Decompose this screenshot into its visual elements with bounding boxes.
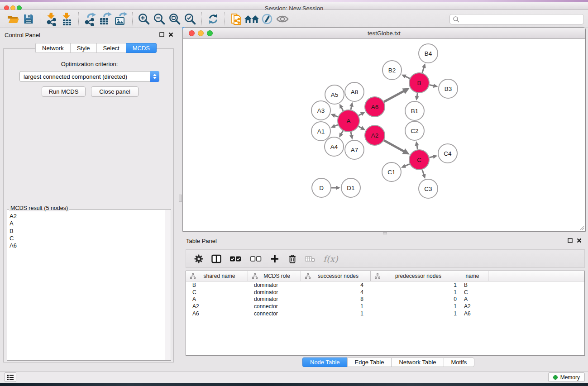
export-table-icon[interactable]	[98, 12, 113, 26]
cell-predecessor-nodes[interactable]: 0	[371, 296, 461, 302]
float-panel-icon[interactable]	[159, 32, 164, 37]
cell-name[interactable]: A	[461, 296, 488, 302]
table-row[interactable]: A dominator 8 0 A	[186, 295, 584, 303]
cell-shared-name[interactable]: B	[186, 282, 248, 288]
zoom-out-icon[interactable]	[152, 12, 167, 26]
cell-mcds-role[interactable]: dominator	[248, 282, 301, 288]
result-scrollbar[interactable]	[165, 210, 170, 360]
tab-network-table[interactable]: Network Table	[391, 357, 443, 367]
cell-shared-name[interactable]: C	[186, 289, 248, 295]
criterion-dropdown[interactable]: largest connected component (directed)	[19, 71, 159, 82]
tab-network[interactable]: Network	[35, 43, 70, 53]
export-image-icon[interactable]	[113, 12, 129, 26]
table-row[interactable]: B dominator 4 1 B	[186, 281, 584, 289]
cell-mcds-role[interactable]: dominator	[248, 289, 301, 295]
deselect-all-icon[interactable]	[249, 253, 263, 264]
cell-predecessor-nodes[interactable]: 1	[371, 289, 461, 295]
mcds-result-item[interactable]: A	[10, 220, 165, 227]
mcds-result-box: A2 A B C A6	[7, 209, 171, 361]
cell-successor-nodes[interactable]: 1	[301, 310, 371, 317]
save-session-icon[interactable]	[21, 12, 36, 26]
zoom-fit-icon[interactable]	[167, 12, 182, 26]
open-session-icon[interactable]	[5, 12, 21, 26]
mcds-result-item[interactable]: A6	[10, 242, 165, 249]
column-type-icon	[375, 273, 380, 279]
cell-mcds-role[interactable]: dominator	[248, 296, 301, 302]
network-canvas[interactable]: AA6A2BCA5A8A3A1A4A7B4B2B3B1C2C4C1C3DD1	[183, 39, 585, 231]
cell-successor-nodes[interactable]: 8	[301, 296, 371, 302]
table-row[interactable]: A6 connector 1 1 A6	[186, 310, 584, 317]
delete-column-icon[interactable]	[287, 253, 298, 264]
toolbar-separator	[78, 12, 79, 26]
cell-mcds-role[interactable]: connector	[248, 310, 301, 317]
mcds-result-item[interactable]: C	[10, 235, 165, 242]
cell-predecessor-nodes[interactable]: 1	[371, 310, 461, 317]
table-options-gear-icon[interactable]	[193, 253, 204, 264]
show-hide-panel-icon[interactable]	[275, 12, 290, 26]
select-all-icon[interactable]	[229, 253, 242, 264]
column-header-predecessor-nodes[interactable]: predecessor nodes	[371, 271, 461, 281]
cell-predecessor-nodes[interactable]: 1	[371, 303, 461, 310]
table-tabs: Node Table Edge Table Network Table Moti…	[302, 357, 474, 367]
function-builder-icon: f(x)	[323, 254, 338, 264]
import-table-icon[interactable]	[59, 12, 75, 26]
close-table-panel-icon[interactable]	[577, 238, 582, 243]
float-table-panel-icon[interactable]	[568, 238, 573, 243]
export-network-icon[interactable]	[82, 12, 98, 26]
dropdown-stepper-icon	[150, 71, 159, 82]
import-network-icon[interactable]	[44, 12, 59, 26]
column-header-successor-nodes[interactable]: successor nodes	[301, 271, 371, 281]
network-window-titlebar[interactable]: testGlobe.txt	[183, 28, 585, 39]
task-history-button[interactable]	[5, 372, 16, 382]
vertical-divider-handle[interactable]	[179, 195, 182, 202]
cell-shared-name[interactable]: A2	[186, 303, 248, 310]
tab-select[interactable]: Select	[96, 43, 126, 53]
close-panel-button[interactable]: Close panel	[91, 86, 139, 97]
table-row[interactable]: C dominator 4 1 C	[186, 289, 584, 296]
memory-button[interactable]: Memory	[548, 372, 585, 382]
zoom-in-icon[interactable]	[136, 12, 152, 26]
tab-edge-table[interactable]: Edge Table	[347, 357, 392, 367]
tab-mcds[interactable]: MCDS	[126, 43, 157, 53]
cell-name[interactable]: A2	[461, 303, 488, 310]
home-icon[interactable]	[244, 12, 259, 26]
zoom-selected-icon[interactable]	[182, 12, 198, 26]
refresh-icon[interactable]	[206, 12, 221, 26]
resize-grip-icon[interactable]	[579, 225, 584, 230]
svg-text:A: A	[346, 118, 350, 124]
column-header-mcds-role[interactable]: MCDS role	[248, 271, 301, 281]
run-mcds-button[interactable]: Run MCDS	[42, 86, 86, 97]
svg-text:D1: D1	[347, 185, 354, 191]
svg-text:D: D	[319, 185, 324, 191]
network-from-selection-icon[interactable]	[229, 12, 244, 26]
cell-successor-nodes[interactable]: 1	[301, 303, 371, 310]
tab-motifs[interactable]: Motifs	[444, 357, 475, 367]
node-table[interactable]: shared name MCDS role successor nodes pr…	[186, 271, 585, 356]
show-columns-icon[interactable]	[211, 253, 222, 264]
toolbar-separator	[201, 12, 202, 26]
network-graph[interactable]: AA6A2BCA5A8A3A1A4A7B4B2B3B1C2C4C1C3DD1	[183, 39, 585, 231]
cell-predecessor-nodes[interactable]: 1	[371, 282, 461, 288]
tab-node-table[interactable]: Node Table	[302, 357, 347, 367]
mcds-result-list[interactable]: A2 A B C A6	[8, 210, 165, 360]
mcds-result-item[interactable]: A2	[10, 213, 165, 220]
close-panel-icon[interactable]	[168, 32, 173, 37]
cell-successor-nodes[interactable]: 4	[301, 282, 371, 288]
table-row[interactable]: A2 connector 1 1 A2	[186, 303, 584, 310]
toolbar-separator	[132, 12, 133, 26]
add-column-icon[interactable]	[269, 253, 280, 264]
search-field[interactable]	[449, 14, 584, 24]
cell-name[interactable]: A6	[461, 310, 488, 317]
tab-style[interactable]: Style	[70, 43, 96, 53]
cell-name[interactable]: C	[461, 289, 488, 295]
cell-successor-nodes[interactable]: 4	[301, 289, 371, 295]
search-input[interactable]	[460, 15, 583, 24]
toggle-graphics-details-icon[interactable]	[259, 12, 275, 26]
cell-shared-name[interactable]: A	[186, 296, 248, 302]
cell-shared-name[interactable]: A6	[186, 310, 248, 317]
cell-name[interactable]: B	[461, 282, 488, 288]
cell-mcds-role[interactable]: connector	[248, 303, 301, 310]
column-header-shared-name[interactable]: shared name	[186, 271, 248, 281]
mcds-result-item[interactable]: B	[10, 228, 165, 235]
column-header-name[interactable]: name	[461, 271, 488, 281]
